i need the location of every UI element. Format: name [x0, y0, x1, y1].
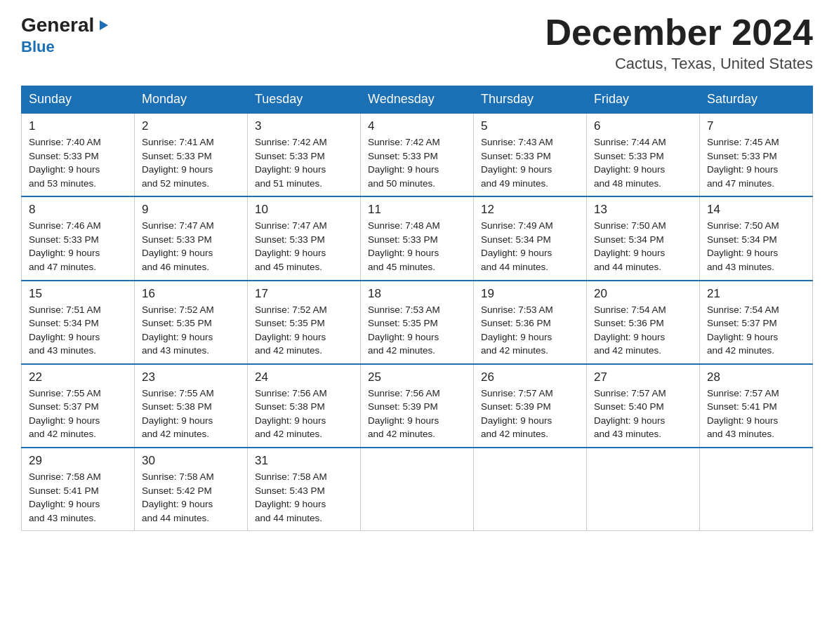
day-number: 2	[142, 119, 240, 133]
month-title: December 2024	[545, 14, 813, 51]
day-number: 8	[29, 203, 127, 217]
day-number: 12	[481, 203, 579, 217]
day-cell-19: 19Sunrise: 7:53 AMSunset: 5:36 PMDayligh…	[474, 281, 587, 364]
week-row-2: 8Sunrise: 7:46 AMSunset: 5:33 PMDaylight…	[22, 196, 813, 280]
day-info: Sunrise: 7:45 AMSunset: 5:33 PMDaylight:…	[707, 135, 805, 190]
day-info: Sunrise: 7:50 AMSunset: 5:34 PMDaylight:…	[594, 219, 692, 274]
week-row-1: 1Sunrise: 7:40 AMSunset: 5:33 PMDaylight…	[22, 113, 813, 196]
day-number: 15	[29, 287, 127, 301]
day-number: 31	[255, 454, 353, 468]
day-number: 23	[142, 370, 240, 384]
day-cell-4: 4Sunrise: 7:42 AMSunset: 5:33 PMDaylight…	[361, 113, 474, 196]
day-number: 3	[255, 119, 353, 133]
day-info: Sunrise: 7:54 AMSunset: 5:37 PMDaylight:…	[707, 303, 805, 358]
logo-blue-text: Blue	[21, 38, 55, 56]
day-cell-13: 13Sunrise: 7:50 AMSunset: 5:34 PMDayligh…	[587, 196, 700, 280]
day-info: Sunrise: 7:47 AMSunset: 5:33 PMDaylight:…	[142, 219, 240, 274]
day-cell-1: 1Sunrise: 7:40 AMSunset: 5:33 PMDaylight…	[22, 113, 135, 196]
day-number: 21	[707, 287, 805, 301]
day-cell-6: 6Sunrise: 7:44 AMSunset: 5:33 PMDaylight…	[587, 113, 700, 196]
day-info: Sunrise: 7:55 AMSunset: 5:38 PMDaylight:…	[142, 387, 240, 441]
empty-cell	[361, 448, 474, 531]
day-number: 13	[594, 203, 692, 217]
day-info: Sunrise: 7:41 AMSunset: 5:33 PMDaylight:…	[142, 135, 240, 190]
day-info: Sunrise: 7:57 AMSunset: 5:41 PMDaylight:…	[707, 387, 805, 441]
weekday-header-wednesday: Wednesday	[361, 86, 474, 114]
day-info: Sunrise: 7:57 AMSunset: 5:39 PMDaylight:…	[481, 387, 579, 441]
day-number: 25	[368, 370, 466, 384]
day-number: 20	[594, 287, 692, 301]
day-number: 14	[707, 203, 805, 217]
day-number: 1	[29, 119, 127, 133]
weekday-header-monday: Monday	[135, 86, 248, 114]
logo-general-text: General	[21, 14, 94, 36]
day-number: 10	[255, 203, 353, 217]
day-cell-8: 8Sunrise: 7:46 AMSunset: 5:33 PMDaylight…	[22, 196, 135, 280]
empty-cell	[474, 448, 587, 531]
day-number: 11	[368, 203, 466, 217]
day-number: 5	[481, 119, 579, 133]
day-info: Sunrise: 7:58 AMSunset: 5:42 PMDaylight:…	[142, 470, 240, 525]
day-info: Sunrise: 7:56 AMSunset: 5:38 PMDaylight:…	[255, 387, 353, 441]
day-number: 9	[142, 203, 240, 217]
day-info: Sunrise: 7:55 AMSunset: 5:37 PMDaylight:…	[29, 387, 127, 441]
day-cell-22: 22Sunrise: 7:55 AMSunset: 5:37 PMDayligh…	[22, 364, 135, 448]
week-row-4: 22Sunrise: 7:55 AMSunset: 5:37 PMDayligh…	[22, 364, 813, 448]
svg-marker-0	[100, 20, 108, 30]
day-info: Sunrise: 7:49 AMSunset: 5:34 PMDaylight:…	[481, 219, 579, 274]
day-number: 16	[142, 287, 240, 301]
day-cell-15: 15Sunrise: 7:51 AMSunset: 5:34 PMDayligh…	[22, 281, 135, 364]
day-info: Sunrise: 7:51 AMSunset: 5:34 PMDaylight:…	[29, 303, 127, 358]
day-info: Sunrise: 7:42 AMSunset: 5:33 PMDaylight:…	[255, 135, 353, 190]
day-number: 29	[29, 454, 127, 468]
day-info: Sunrise: 7:58 AMSunset: 5:41 PMDaylight:…	[29, 470, 127, 525]
day-info: Sunrise: 7:42 AMSunset: 5:33 PMDaylight:…	[368, 135, 466, 190]
day-number: 22	[29, 370, 127, 384]
day-info: Sunrise: 7:57 AMSunset: 5:40 PMDaylight:…	[594, 387, 692, 441]
day-cell-29: 29Sunrise: 7:58 AMSunset: 5:41 PMDayligh…	[22, 448, 135, 531]
calendar-table: SundayMondayTuesdayWednesdayThursdayFrid…	[21, 86, 813, 531]
day-info: Sunrise: 7:46 AMSunset: 5:33 PMDaylight:…	[29, 219, 127, 274]
day-cell-26: 26Sunrise: 7:57 AMSunset: 5:39 PMDayligh…	[474, 364, 587, 448]
day-cell-5: 5Sunrise: 7:43 AMSunset: 5:33 PMDaylight…	[474, 113, 587, 196]
weekday-header-sunday: Sunday	[22, 86, 135, 114]
day-cell-27: 27Sunrise: 7:57 AMSunset: 5:40 PMDayligh…	[587, 364, 700, 448]
day-cell-31: 31Sunrise: 7:58 AMSunset: 5:43 PMDayligh…	[248, 448, 361, 531]
day-cell-9: 9Sunrise: 7:47 AMSunset: 5:33 PMDaylight…	[135, 196, 248, 280]
day-info: Sunrise: 7:44 AMSunset: 5:33 PMDaylight:…	[594, 135, 692, 190]
weekday-header-saturday: Saturday	[700, 86, 813, 114]
day-cell-3: 3Sunrise: 7:42 AMSunset: 5:33 PMDaylight…	[248, 113, 361, 196]
day-cell-20: 20Sunrise: 7:54 AMSunset: 5:36 PMDayligh…	[587, 281, 700, 364]
day-info: Sunrise: 7:47 AMSunset: 5:33 PMDaylight:…	[255, 219, 353, 274]
week-row-3: 15Sunrise: 7:51 AMSunset: 5:34 PMDayligh…	[22, 281, 813, 364]
day-info: Sunrise: 7:48 AMSunset: 5:33 PMDaylight:…	[368, 219, 466, 274]
day-cell-21: 21Sunrise: 7:54 AMSunset: 5:37 PMDayligh…	[700, 281, 813, 364]
day-cell-18: 18Sunrise: 7:53 AMSunset: 5:35 PMDayligh…	[361, 281, 474, 364]
day-number: 7	[707, 119, 805, 133]
day-number: 26	[481, 370, 579, 384]
day-info: Sunrise: 7:52 AMSunset: 5:35 PMDaylight:…	[142, 303, 240, 358]
day-cell-30: 30Sunrise: 7:58 AMSunset: 5:42 PMDayligh…	[135, 448, 248, 531]
day-cell-10: 10Sunrise: 7:47 AMSunset: 5:33 PMDayligh…	[248, 196, 361, 280]
day-number: 19	[481, 287, 579, 301]
weekday-header-thursday: Thursday	[474, 86, 587, 114]
day-info: Sunrise: 7:58 AMSunset: 5:43 PMDaylight:…	[255, 470, 353, 525]
day-cell-2: 2Sunrise: 7:41 AMSunset: 5:33 PMDaylight…	[135, 113, 248, 196]
day-number: 30	[142, 454, 240, 468]
day-cell-16: 16Sunrise: 7:52 AMSunset: 5:35 PMDayligh…	[135, 281, 248, 364]
day-cell-11: 11Sunrise: 7:48 AMSunset: 5:33 PMDayligh…	[361, 196, 474, 280]
day-number: 27	[594, 370, 692, 384]
title-block: December 2024 Cactus, Texas, United Stat…	[545, 14, 813, 73]
day-cell-17: 17Sunrise: 7:52 AMSunset: 5:35 PMDayligh…	[248, 281, 361, 364]
day-number: 24	[255, 370, 353, 384]
day-cell-25: 25Sunrise: 7:56 AMSunset: 5:39 PMDayligh…	[361, 364, 474, 448]
day-info: Sunrise: 7:50 AMSunset: 5:34 PMDaylight:…	[707, 219, 805, 274]
day-number: 4	[368, 119, 466, 133]
day-cell-12: 12Sunrise: 7:49 AMSunset: 5:34 PMDayligh…	[474, 196, 587, 280]
weekday-header-tuesday: Tuesday	[248, 86, 361, 114]
day-number: 17	[255, 287, 353, 301]
logo: General Blue	[21, 14, 111, 56]
day-number: 28	[707, 370, 805, 384]
day-info: Sunrise: 7:56 AMSunset: 5:39 PMDaylight:…	[368, 387, 466, 441]
weekday-header-row: SundayMondayTuesdayWednesdayThursdayFrid…	[22, 86, 813, 114]
